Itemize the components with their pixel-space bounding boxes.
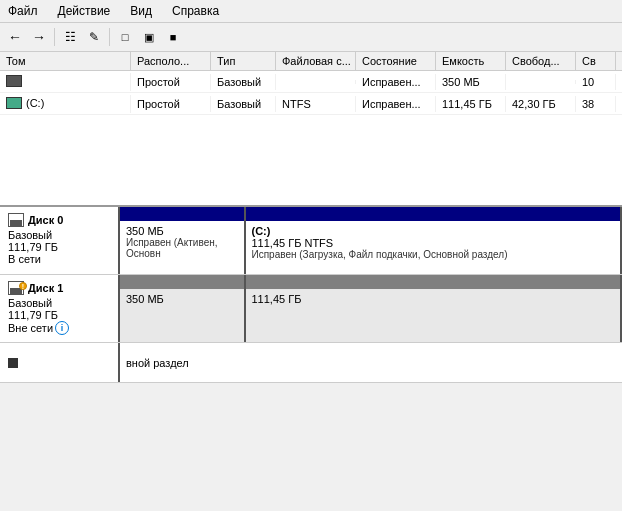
menu-file[interactable]: Файл — [4, 2, 42, 20]
table-header: Том Располо... Тип Файловая с... Состоян… — [0, 52, 622, 71]
disk-0-part1-size: 111,45 ГБ NTFS — [252, 237, 615, 249]
col-header-state[interactable]: Состояние — [356, 52, 436, 70]
disk-1-part0-bar — [120, 275, 244, 289]
disk-1-partitions: 350 МБ 111,45 ГБ — [120, 275, 622, 342]
disk-1-partition-0[interactable]: 350 МБ — [120, 275, 246, 342]
toolbar-btn-4[interactable]: ▣ — [138, 26, 160, 48]
disk-1-part1-size: 111,45 ГБ — [252, 293, 615, 305]
cell-sv-1: 38 — [576, 96, 616, 112]
disk-0-part1-info: Исправен (Загрузка, Файл подкачки, Основ… — [252, 249, 615, 260]
disk-0-row: Диск 0 Базовый 111,79 ГБ В сети 350 МБ И… — [0, 207, 622, 275]
disk-1-type: Базовый — [8, 297, 110, 309]
cell-tip-1: Базовый — [211, 96, 276, 112]
disk-1-row: ! Диск 1 Базовый 111,79 ГБ Вне сети i 35… — [0, 275, 622, 343]
col-header-raspo[interactable]: Располо... — [131, 52, 211, 70]
main-content: Том Располо... Тип Файловая с... Состоян… — [0, 52, 622, 511]
disk-0-label: Диск 0 Базовый 111,79 ГБ В сети — [0, 207, 120, 274]
cell-tom-0 — [0, 73, 131, 91]
toolbar-btn-2[interactable]: ✎ — [83, 26, 105, 48]
disk-0-partitions: 350 МБ Исправен (Активен, Основн (C:) 11… — [120, 207, 622, 274]
table-row[interactable]: Простой Базовый Исправен... 350 МБ 10 — [0, 71, 622, 93]
disk-0-partition-1[interactable]: (C:) 111,45 ГБ NTFS Исправен (Загрузка, … — [246, 207, 623, 274]
cell-svobod-1: 42,30 ГБ — [506, 96, 576, 112]
disk-0-icon — [8, 213, 24, 227]
toolbar-btn-5[interactable]: ■ — [162, 26, 184, 48]
disk-0-title: Диск 0 — [28, 214, 63, 226]
col-header-emk[interactable]: Емкость — [436, 52, 506, 70]
disk-0-part0-info: Исправен (Активен, Основн — [126, 237, 238, 259]
disk-1-size: 111,79 ГБ — [8, 309, 110, 321]
disk-0-type: Базовый — [8, 229, 110, 241]
menu-help[interactable]: Справка — [168, 2, 223, 20]
forward-button[interactable]: → — [28, 26, 50, 48]
disk-0-partition-0[interactable]: 350 МБ Исправен (Активен, Основн — [120, 207, 246, 274]
cell-sv-0: 10 — [576, 74, 616, 90]
table-row[interactable]: (C:) Простой Базовый NTFS Исправен... 11… — [0, 93, 622, 115]
cell-tip-0: Базовый — [211, 74, 276, 90]
toolbar-btn-1[interactable]: ☷ — [59, 26, 81, 48]
disk-area: Диск 0 Базовый 111,79 ГБ В сети 350 МБ И… — [0, 207, 622, 511]
disk-1-status: Вне сети — [8, 322, 53, 334]
cell-emk-1: 111,45 ГБ — [436, 96, 506, 112]
col-header-tip[interactable]: Тип — [211, 52, 276, 70]
disk-1-part0-size: 350 МБ — [126, 293, 238, 305]
disk-0-part0-bar — [120, 207, 244, 221]
disk-0-part0-size: 350 МБ — [126, 225, 238, 237]
cell-raspo-0: Простой — [131, 74, 211, 90]
cell-tom-1: (C:) — [0, 95, 131, 113]
disk-partial-info: вной раздел — [120, 343, 622, 382]
col-header-tom[interactable]: Том — [0, 52, 131, 70]
cell-state-0: Исправен... — [356, 74, 436, 90]
menu-action[interactable]: Действие — [54, 2, 115, 20]
info-icon[interactable]: i — [55, 321, 69, 335]
menu-bar: Файл Действие Вид Справка — [0, 0, 622, 23]
cell-raspo-1: Простой — [131, 96, 211, 112]
disk-1-icon: ! — [8, 281, 24, 295]
disk-1-title: Диск 1 — [28, 282, 63, 294]
disk-1-label: ! Диск 1 Базовый 111,79 ГБ Вне сети i — [0, 275, 120, 342]
disk-0-part1-label: (C:) — [252, 225, 615, 237]
cell-file-0 — [276, 80, 356, 84]
disk-partial-label — [0, 343, 120, 382]
cell-file-1: NTFS — [276, 96, 356, 112]
disk-0-status: В сети — [8, 253, 110, 265]
table-area: Том Располо... Тип Файловая с... Состоян… — [0, 52, 622, 207]
partial-text: вной раздел — [126, 357, 189, 369]
menu-view[interactable]: Вид — [126, 2, 156, 20]
disk-1-status-line: Вне сети i — [8, 321, 110, 335]
disk-1-partition-1[interactable]: 111,45 ГБ — [246, 275, 623, 342]
disk-1-part1-bar — [246, 275, 621, 289]
disk-0-part1-bar — [246, 207, 621, 221]
col-header-svobod[interactable]: Свобод... — [506, 52, 576, 70]
back-button[interactable]: ← — [4, 26, 26, 48]
cell-state-1: Исправен... — [356, 96, 436, 112]
col-header-file[interactable]: Файловая с... — [276, 52, 356, 70]
col-header-svob2[interactable]: Св — [576, 52, 616, 70]
small-disk-icon — [8, 358, 18, 368]
cell-svobod-0 — [506, 80, 576, 84]
disk-0-size: 111,79 ГБ — [8, 241, 110, 253]
toolbar: ← → ☷ ✎ □ ▣ ■ — [0, 23, 622, 52]
cell-emk-0: 350 МБ — [436, 74, 506, 90]
toolbar-btn-3[interactable]: □ — [114, 26, 136, 48]
disk-partial-row: вной раздел — [0, 343, 622, 383]
